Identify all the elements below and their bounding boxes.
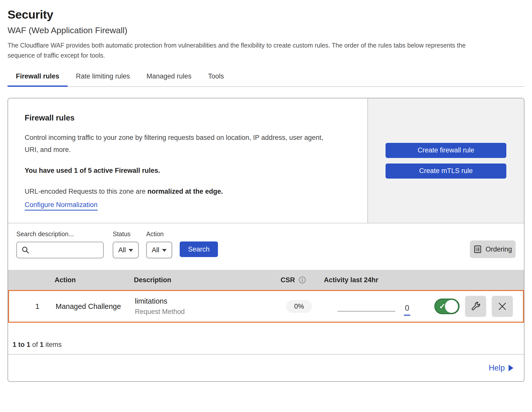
page-subtitle: WAF (Web Application Firewall) (8, 25, 524, 35)
status-label: Status (113, 230, 139, 238)
of-text: of (32, 341, 38, 348)
actions-panel: Create firewall rule Create mTLS rule (367, 98, 524, 223)
action-selected-value: All (152, 246, 159, 254)
check-icon: ✓ (439, 302, 445, 311)
rule-csr-cell: 0% (273, 300, 325, 313)
search-button[interactable]: Search (180, 241, 218, 257)
search-field-wrap (16, 242, 104, 258)
table-row[interactable]: 1 Managed Challenge limitations Request … (8, 290, 524, 323)
rule-activity-cell: 0 (325, 291, 424, 322)
chevron-down-icon (129, 249, 133, 252)
col-description-header: Description (131, 276, 272, 284)
activity-count-link[interactable]: 0 (404, 304, 410, 316)
help-label: Help (489, 363, 505, 373)
toggle-knob (445, 300, 458, 313)
page-title: Security (8, 8, 524, 21)
info-icon[interactable] (298, 276, 306, 284)
create-firewall-rule-button[interactable]: Create firewall rule (386, 143, 506, 158)
wrench-icon (471, 301, 481, 311)
delete-rule-button[interactable] (492, 296, 513, 317)
rule-description: limitations (135, 297, 273, 305)
col-csr-header: CSR (272, 276, 324, 284)
action-select[interactable]: All (146, 242, 172, 258)
firewall-rules-card: Firewall rules Control incoming traffic … (8, 98, 524, 382)
rule-enabled-toggle[interactable]: ✓ (434, 299, 460, 314)
status-selected-value: All (118, 246, 126, 254)
items-text: items (46, 341, 62, 348)
item-range: 1 to 1 (13, 341, 30, 348)
search-icon (21, 246, 30, 254)
action-group: Action All (146, 230, 172, 258)
search-group: Search description... (16, 230, 104, 258)
usage-summary: You have used 1 of 5 active Firewall rul… (25, 167, 351, 175)
table-header: Action Description CSR Activity last 24h… (8, 270, 524, 290)
create-mtls-rule-button[interactable]: Create mTLS rule (386, 163, 506, 179)
tab-firewall-rules[interactable]: Firewall rules (8, 69, 68, 86)
filter-bar: Search description... Status All Actio (8, 223, 524, 270)
card-heading: Firewall rules (25, 113, 351, 122)
status-group: Status All (113, 230, 139, 258)
rule-description-cell: limitations Request Method (132, 297, 273, 316)
rule-priority: 1 (9, 302, 56, 311)
normalization-note: URL-encoded Requests to this zone are no… (25, 188, 351, 195)
pagination-summary: 1 to 1 of 1 items (8, 323, 524, 354)
rule-action: Managed Challenge (56, 302, 132, 311)
page-content: Security WAF (Web Application Firewall) … (8, 8, 524, 382)
rule-match-field: Request Method (135, 308, 273, 316)
close-icon (498, 302, 507, 311)
item-total: 1 (40, 341, 44, 348)
rules-tabs: Firewall rules Rate limiting rules Manag… (8, 69, 524, 87)
tab-tools[interactable]: Tools (200, 69, 232, 86)
configure-normalization-link[interactable]: Configure Normalization (25, 201, 98, 211)
help-row: Help (8, 354, 524, 381)
edit-rule-button[interactable] (465, 296, 486, 317)
card-description: Control incoming traffic to your zone by… (25, 132, 334, 156)
ordering-button-label: Ordering (485, 245, 512, 253)
tab-rate-limiting-rules[interactable]: Rate limiting rules (68, 69, 138, 86)
page-description: The Cloudflare WAF provides both automat… (8, 40, 481, 60)
normalization-prefix: URL-encoded Requests to this zone are (25, 188, 147, 195)
chevron-down-icon (162, 249, 167, 252)
intro-text-panel: Firewall rules Control incoming traffic … (8, 98, 367, 223)
status-select[interactable]: All (113, 242, 139, 258)
action-label: Action (146, 230, 172, 238)
rule-controls: ✓ (424, 296, 523, 317)
col-activity-header: Activity last 24hr (324, 276, 423, 284)
firewall-rules-intro: Firewall rules Control incoming traffic … (8, 98, 524, 223)
normalization-bold: normalized at the edge. (147, 188, 223, 195)
csr-header-label: CSR (281, 276, 295, 284)
help-link[interactable]: Help (489, 363, 513, 373)
search-label: Search description... (16, 230, 104, 238)
triangle-right-icon (509, 365, 513, 371)
ordering-button[interactable]: Ordering (470, 240, 516, 258)
activity-sparkline (337, 311, 395, 312)
csr-badge: 0% (286, 300, 312, 313)
list-document-icon (473, 245, 482, 254)
tab-managed-rules[interactable]: Managed rules (138, 69, 200, 86)
col-action-header: Action (55, 276, 131, 284)
